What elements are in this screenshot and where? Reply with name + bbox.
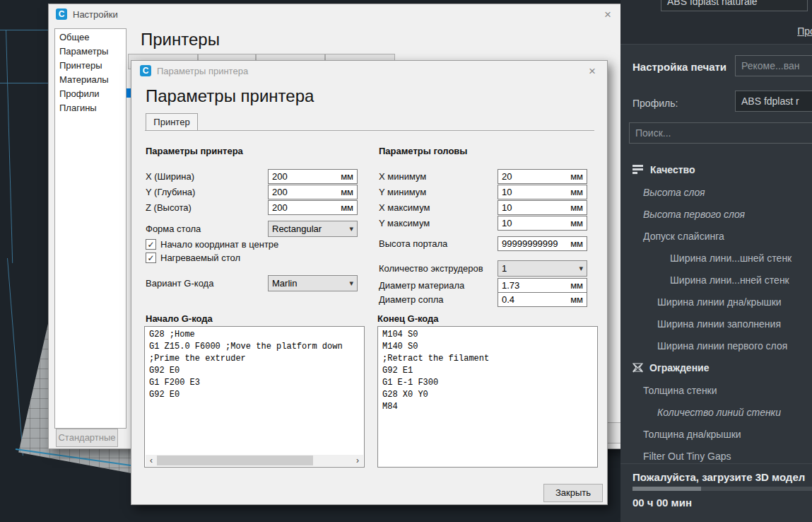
search-input[interactable] bbox=[629, 122, 812, 144]
y-max-field[interactable]: 10мм bbox=[498, 216, 587, 231]
field-label: Диаметр сопла bbox=[379, 294, 444, 305]
separator bbox=[620, 44, 812, 45]
close-icon[interactable]: × bbox=[589, 65, 596, 77]
separator bbox=[620, 463, 812, 464]
setting-outer-wall-line-width[interactable]: Ширина лини...шней стенк bbox=[670, 253, 792, 264]
sidebar-item-profiles[interactable]: Профили bbox=[55, 87, 126, 101]
x-min-field[interactable]: 20мм bbox=[498, 169, 587, 184]
close-button[interactable]: Закрыть bbox=[543, 484, 603, 502]
print-setup-label: Настройка печати bbox=[632, 61, 726, 73]
sidebar-item-plugins[interactable]: Плагины bbox=[55, 101, 126, 115]
machine-width-field[interactable]: 200мм bbox=[268, 169, 358, 184]
close-icon[interactable]: × bbox=[604, 8, 611, 21]
field-label: Диаметр материала bbox=[379, 280, 464, 291]
setting-top-bottom-thickness[interactable]: Толщина дна/крышки bbox=[643, 429, 741, 440]
profile-dropdown[interactable]: ABS fdplast r bbox=[735, 91, 812, 112]
section-shell[interactable]: Ограждение bbox=[632, 362, 710, 373]
start-gcode-text: G28 ;Home G1 Z15.0 F6000 ;Move the platf… bbox=[145, 327, 364, 403]
print-time-estimate: 00 ч 00 мин bbox=[632, 497, 692, 509]
sidebar-item-printers[interactable]: Принтеры bbox=[55, 59, 126, 73]
setting-wall-line-count[interactable]: Количество линий стенки bbox=[657, 407, 781, 418]
print-settings-panel: ABS fdplast naturale Прог Настройка печа… bbox=[620, 0, 812, 522]
checkmark-icon: ✓ bbox=[147, 241, 154, 248]
scroll-right-icon[interactable]: › bbox=[352, 455, 363, 466]
sidebar-item-general[interactable]: Общее bbox=[55, 30, 126, 45]
app-window: C Настройки × Общее Параметры Принтеры М… bbox=[0, 0, 812, 522]
scroll-left-icon[interactable]: ‹ bbox=[146, 455, 157, 466]
scrollbar-track[interactable] bbox=[157, 455, 352, 466]
buildvolume-line bbox=[6, 30, 13, 263]
setting-inner-wall-line-width[interactable]: Ширина лини...нней стенк bbox=[670, 274, 789, 286]
scrollbar-thumb[interactable] bbox=[157, 456, 313, 465]
machine-dialog-heading: Параметры принтера bbox=[146, 86, 314, 106]
field-label: Z (Высота) bbox=[146, 202, 192, 213]
field-label: Вариант G-кода bbox=[146, 278, 213, 289]
material-diameter-field[interactable]: 1.73мм bbox=[498, 278, 587, 293]
buildvolume-line bbox=[7, 258, 23, 456]
defaults-button[interactable]: Стандартные bbox=[56, 429, 118, 447]
chevron-down-icon: ▾ bbox=[349, 279, 353, 288]
section-quality[interactable]: Качество bbox=[632, 164, 695, 175]
gantry-height-field[interactable]: 99999999999мм bbox=[498, 236, 587, 251]
start-gcode-textarea[interactable]: G28 ;Home G1 Z15.0 F6000 ;Move the platf… bbox=[144, 326, 365, 468]
sidebar-item-settings[interactable]: Параметры bbox=[55, 45, 126, 59]
printers-page-title: Принтеры bbox=[141, 30, 220, 50]
machine-settings-dialog: C Параметры принтера × Параметры принтер… bbox=[131, 60, 608, 505]
gcode-flavor-dropdown[interactable]: Marlin▾ bbox=[268, 275, 358, 291]
chevron-down-icon: ▾ bbox=[579, 264, 583, 273]
checkmark-icon: ✓ bbox=[147, 255, 154, 262]
layers-icon bbox=[632, 165, 644, 175]
setting-top-bottom-line-width[interactable]: Ширина линии дна/крышки bbox=[657, 296, 782, 308]
extruder-count-dropdown[interactable]: 1▾ bbox=[498, 260, 587, 277]
x-max-field[interactable]: 10мм bbox=[498, 200, 587, 215]
settings-titlebar[interactable]: C Настройки × bbox=[49, 4, 621, 24]
field-label: Y максимум bbox=[379, 218, 430, 228]
buildvolume-line bbox=[0, 30, 48, 30]
tab-underline bbox=[145, 130, 594, 131]
y-min-field[interactable]: 10мм bbox=[498, 185, 587, 199]
settings-window-title: Настройки bbox=[73, 9, 118, 20]
machine-height-field[interactable]: 200мм bbox=[268, 200, 358, 215]
machine-depth-field[interactable]: 200мм bbox=[268, 185, 358, 199]
setting-filter-tiny-gaps[interactable]: Filter Out Tiny Gaps bbox=[643, 451, 731, 462]
heated-bed-checkbox[interactable]: ✓ Нагреваемый стол bbox=[146, 253, 240, 263]
machine-dialog-title: Параметры принтера bbox=[157, 66, 248, 76]
head-section-title: Параметры головы bbox=[379, 146, 467, 156]
cura-logo-icon: C bbox=[140, 65, 151, 76]
origin-center-checkbox[interactable]: ✓ Начало координат в центре bbox=[146, 239, 278, 250]
cura-logo-icon: C bbox=[56, 8, 67, 20]
start-gcode-label: Начало G-кода bbox=[146, 313, 213, 324]
end-gcode-label: Конец G-кода bbox=[377, 313, 439, 324]
machine-dialog-titlebar[interactable]: C Параметры принтера × bbox=[131, 61, 607, 81]
field-label: Количество экструдеров bbox=[379, 263, 483, 274]
horizontal-scrollbar[interactable]: ‹ › bbox=[146, 455, 363, 466]
progress-bar bbox=[632, 487, 812, 491]
setting-layer-height[interactable]: Высота слоя bbox=[643, 187, 705, 198]
setting-initial-layer-line-width[interactable]: Ширина линии первого слоя bbox=[657, 340, 787, 352]
field-label: Y минимум bbox=[379, 187, 426, 197]
load-model-message: Пожалуйста, загрузите 3D модел bbox=[632, 471, 805, 483]
sidebar-item-materials[interactable]: Материалы bbox=[55, 73, 126, 87]
printer-section-title: Параметры принтера bbox=[146, 146, 243, 156]
manage-link[interactable]: Прог bbox=[797, 25, 812, 37]
bed-shape-dropdown[interactable]: Rectangular▾ bbox=[268, 221, 358, 237]
settings-sidebar: Общее Параметры Принтеры Материалы Профи… bbox=[54, 28, 126, 429]
material-dropdown[interactable]: ABS fdplast naturale bbox=[661, 0, 808, 11]
nozzle-size-field[interactable]: 0.4мм bbox=[498, 292, 587, 307]
shell-icon bbox=[632, 363, 643, 373]
tab-printer[interactable]: Принтер bbox=[146, 113, 198, 131]
chevron-down-icon: ▾ bbox=[349, 224, 353, 233]
print-setup-mode-dropdown[interactable]: Рекоме...ван bbox=[735, 55, 812, 76]
setting-infill-line-width[interactable]: Ширина линии заполнения bbox=[657, 318, 781, 330]
setting-initial-layer-height[interactable]: Высота первого слоя bbox=[643, 209, 745, 220]
checkbox-box: ✓ bbox=[146, 239, 156, 250]
setting-slicing-tolerance[interactable]: Допуск слайсинга bbox=[643, 231, 724, 242]
progress-fill bbox=[632, 487, 701, 491]
field-label: X максимум bbox=[379, 202, 430, 213]
profile-label: Профиль: bbox=[632, 98, 678, 109]
field-label: X (Ширина) bbox=[146, 171, 194, 182]
end-gcode-text: M104 S0 M140 S0 ;Retract the filament G9… bbox=[378, 327, 597, 415]
setting-wall-thickness[interactable]: Толщина стенки bbox=[643, 385, 717, 396]
field-label: Форма стола bbox=[146, 224, 201, 234]
end-gcode-textarea[interactable]: M104 S0 M140 S0 ;Retract the filament G9… bbox=[377, 326, 598, 468]
